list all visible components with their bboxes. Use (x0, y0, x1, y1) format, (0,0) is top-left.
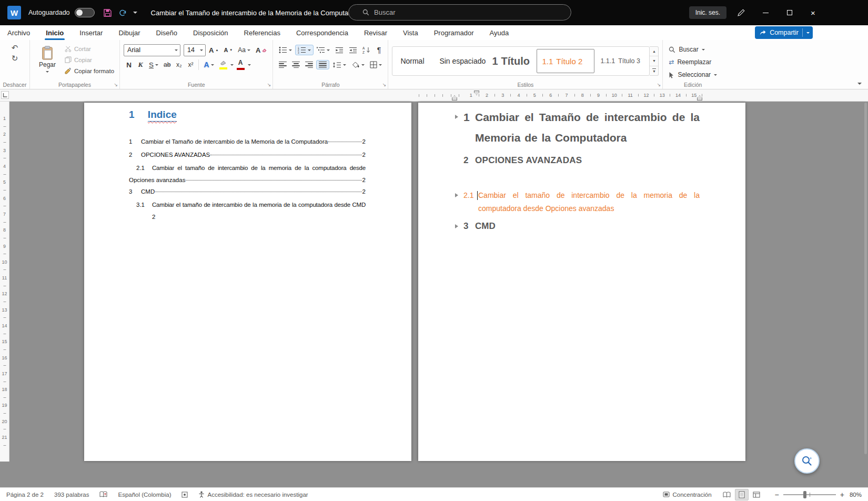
toc-entry-page-number[interactable]: 2 (129, 212, 366, 222)
heading-2-1[interactable]: 2.1 Cambiar el tamaño de intercambio de … (455, 189, 700, 215)
subscript-button[interactable]: x₂ (174, 60, 184, 69)
tab-insertar[interactable]: Insertar (78, 25, 104, 40)
tab-inicio[interactable]: Inicio (45, 25, 65, 40)
heading-1[interactable]: 1 Cambiar el Tamaño de intercambio de la… (455, 107, 700, 148)
autosave-toggle[interactable] (75, 8, 95, 17)
find-button[interactable]: Buscar (667, 43, 719, 56)
font-dialog-launcher-icon[interactable]: ↘ (267, 83, 271, 87)
italic-button[interactable]: K (135, 59, 146, 70)
sort-button[interactable]: AZ (360, 45, 372, 55)
toc-heading[interactable]: 1 Indice (129, 109, 366, 121)
line-spacing-button[interactable] (330, 61, 348, 69)
font-color-chevron-icon[interactable] (248, 64, 251, 67)
macro-record-icon[interactable] (181, 492, 188, 498)
language-indicator[interactable]: Español (Colombia) (118, 492, 171, 498)
save-icon[interactable] (103, 8, 112, 17)
cut-button[interactable]: Cortar (63, 43, 116, 54)
shading-button[interactable] (349, 61, 367, 69)
tab-disposicion[interactable]: Disposición (192, 25, 229, 40)
page-content[interactable]: 1 Cambiar el Tamaño de intercambio de la… (418, 103, 745, 461)
style-titulo-1[interactable]: 1 Título (487, 47, 536, 75)
accessibility-status[interactable]: Accesibilidad: es necesario investigar (198, 491, 308, 498)
collapse-heading-triangle-icon[interactable] (455, 193, 458, 197)
align-left-button[interactable] (277, 61, 289, 69)
toc-entry[interactable]: 1 Cambiar el Tamaño de intercambio de la… (129, 135, 366, 148)
search-input[interactable]: Buscar (348, 4, 571, 21)
clipboard-dialog-launcher-icon[interactable]: ↘ (114, 83, 118, 87)
tab-ayuda[interactable]: Ayuda (489, 25, 510, 40)
underline-button[interactable]: S (147, 60, 160, 70)
heading-2[interactable]: 2 OPCIONES AVANZADAS (455, 155, 700, 166)
change-case-button[interactable]: Aa (236, 45, 253, 55)
format-painter-button[interactable]: Copiar formato (63, 65, 116, 76)
print-layout-view-button[interactable] (735, 489, 749, 500)
font-family-combobox[interactable]: Arial (124, 44, 180, 56)
read-mode-view-button[interactable] (720, 489, 734, 500)
styles-scroll-down-icon[interactable]: ▼ (650, 56, 658, 66)
toc-entry[interactable]: 3 CMD 2 (129, 185, 366, 198)
tab-revisar[interactable]: Revisar (363, 25, 388, 40)
tab-dibujar[interactable]: Dibujar (117, 25, 141, 40)
align-right-button[interactable] (303, 61, 315, 69)
font-size-combobox[interactable]: 14 (184, 44, 206, 56)
ink-pen-icon[interactable] (737, 8, 745, 17)
collapse-ribbon-chevron-icon[interactable] (857, 83, 862, 87)
collapse-heading-triangle-icon[interactable] (455, 224, 458, 228)
font-color-button[interactable]: A (235, 58, 247, 71)
clear-formatting-button[interactable]: A (254, 45, 269, 55)
minimize-button[interactable] (754, 0, 778, 25)
vertical-scrollbar[interactable] (864, 103, 867, 454)
collapse-heading-triangle-icon[interactable] (455, 115, 458, 119)
styles-scroll-up-icon[interactable]: ▲ (650, 47, 658, 56)
paragraph-dialog-launcher-icon[interactable]: ↘ (382, 83, 387, 87)
word-count[interactable]: 393 palabras (54, 492, 89, 498)
tab-diseno[interactable]: Diseño (155, 25, 178, 40)
sign-in-button[interactable]: Inic. ses. (689, 6, 726, 19)
replace-button[interactable]: ⇄ Reemplazar (667, 56, 719, 68)
bullets-button[interactable] (277, 45, 294, 55)
toc-entry[interactable]: 2.1 Cambiar el tamaño de intercambio de … (129, 162, 366, 175)
styles-gallery-expand-icon[interactable]: ▼ (650, 66, 658, 75)
highlight-color-button[interactable] (217, 59, 229, 71)
web-layout-view-button[interactable] (750, 489, 763, 500)
redo-icon[interactable] (118, 9, 127, 17)
tab-referencias[interactable]: Referencias (243, 25, 281, 40)
zoom-level[interactable]: 80% (850, 492, 862, 498)
tab-vista[interactable]: Vista (402, 25, 419, 40)
tab-selector-icon[interactable] (1, 91, 9, 99)
superscript-button[interactable]: x² (185, 60, 196, 69)
page-toc[interactable]: 1 Indice 1 Cambiar el Tamaño de intercam… (84, 103, 411, 461)
style-normal[interactable]: Normal (392, 47, 431, 75)
align-center-button[interactable] (290, 61, 302, 69)
undo-icon[interactable]: ↶ (12, 43, 18, 53)
borders-button[interactable] (368, 60, 384, 69)
style-titulo-2-selected[interactable]: 1.1 Título 2 (537, 49, 594, 73)
increase-indent-button[interactable] (347, 46, 359, 55)
zoom-out-button[interactable]: − (775, 490, 779, 499)
decrease-indent-button[interactable] (333, 46, 346, 55)
highlight-chevron-icon[interactable] (230, 64, 234, 67)
strikethrough-button[interactable]: ab (162, 60, 173, 69)
redo-repeat-icon[interactable]: ↻ (12, 54, 18, 63)
zoom-slider-thumb[interactable] (803, 491, 806, 498)
tab-correspondencia[interactable]: Correspondencia (295, 25, 349, 40)
grow-font-button[interactable]: A▲ (207, 45, 220, 55)
zoom-in-button[interactable]: + (840, 490, 844, 499)
style-sin-espaciado[interactable]: Sin espaciado (431, 47, 487, 75)
copy-button[interactable]: Copiar (63, 54, 116, 65)
styles-dialog-launcher-icon[interactable]: ↘ (657, 83, 661, 87)
bold-button[interactable]: N (124, 60, 134, 70)
customize-quick-access-chevron-icon[interactable] (133, 12, 137, 16)
page-indicator[interactable]: Página 2 de 2 (6, 492, 44, 498)
show-paragraph-marks-button[interactable]: ¶ (374, 45, 384, 55)
proofing-status-icon[interactable] (99, 491, 107, 498)
focus-mode-button[interactable]: Concentración (663, 492, 711, 498)
close-button[interactable]: × (801, 0, 825, 25)
numbering-button[interactable]: 123 (295, 45, 314, 55)
zoom-slider[interactable] (783, 494, 836, 495)
search-assistant-button[interactable] (794, 448, 820, 474)
toc-entry-continuation[interactable]: Opciones avanzadas 2 (129, 175, 366, 185)
maximize-button[interactable] (778, 0, 801, 25)
toc-entry[interactable]: 2 OPCIONES AVANZADAS 2 (129, 148, 366, 162)
justify-button[interactable] (316, 60, 329, 70)
